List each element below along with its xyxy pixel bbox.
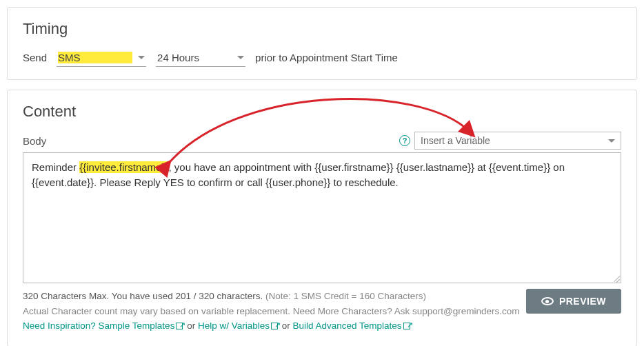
footer-row: 320 Characters Max. You have used 201 / … <box>23 289 621 334</box>
eye-icon <box>541 297 554 305</box>
channel-select[interactable]: SMS <box>57 49 146 67</box>
body-text-highlight: {{invitee.firstname}} <box>79 161 168 173</box>
sep2: or <box>279 320 293 331</box>
external-link-icon <box>271 323 278 329</box>
chevron-down-icon <box>608 139 615 143</box>
help-variables-link[interactable]: Help w/ Variables <box>198 320 279 331</box>
help-icon[interactable]: ? <box>399 135 410 146</box>
preview-label: PREVIEW <box>559 296 606 307</box>
send-label: Send <box>23 52 47 63</box>
char-note: (Note: 1 SMS Credit = 160 Characters) <box>263 291 426 301</box>
timing-suffix: prior to Appointment Start Time <box>255 52 398 63</box>
body-textarea[interactable]: Reminder {{invitee.firstname}}, you have… <box>23 152 621 283</box>
external-link-icon <box>403 323 410 329</box>
variable-select[interactable]: Insert a Variable <box>414 132 621 150</box>
body-label: Body <box>23 135 46 147</box>
timing-heading: Timing <box>23 20 621 38</box>
replacement-note: Actual Character count may vary based on… <box>23 304 520 319</box>
sep1: or <box>184 320 198 331</box>
sample-templates-link[interactable]: Need Inspiration? Sample Templates <box>23 320 184 331</box>
content-panel: Content Body ? Insert a Variable Reminde… <box>7 90 637 346</box>
chevron-down-icon <box>237 56 244 59</box>
advanced-templates-link[interactable]: Build Advanced Templates <box>292 320 411 331</box>
timing-row: Send SMS 24 Hours prior to Appointment S… <box>23 49 621 67</box>
resize-handle-icon[interactable] <box>612 274 620 282</box>
chevron-down-icon <box>138 56 145 59</box>
interval-value: 24 Hours <box>157 52 232 63</box>
content-heading: Content <box>23 103 621 121</box>
char-counter: 320 Characters Max. You have used 201 / … <box>23 291 263 301</box>
external-link-icon <box>176 323 183 329</box>
interval-select[interactable]: 24 Hours <box>156 49 245 67</box>
body-text-prefix: Reminder <box>32 161 79 173</box>
footer-text: 320 Characters Max. You have used 201 / … <box>23 289 520 334</box>
timing-panel: Timing Send SMS 24 Hours prior to Appoin… <box>7 7 637 80</box>
variable-placeholder: Insert a Variable <box>421 135 608 146</box>
body-header-row: Body ? Insert a Variable <box>23 132 621 150</box>
channel-value: SMS <box>58 52 132 63</box>
preview-button[interactable]: PREVIEW <box>526 289 621 314</box>
